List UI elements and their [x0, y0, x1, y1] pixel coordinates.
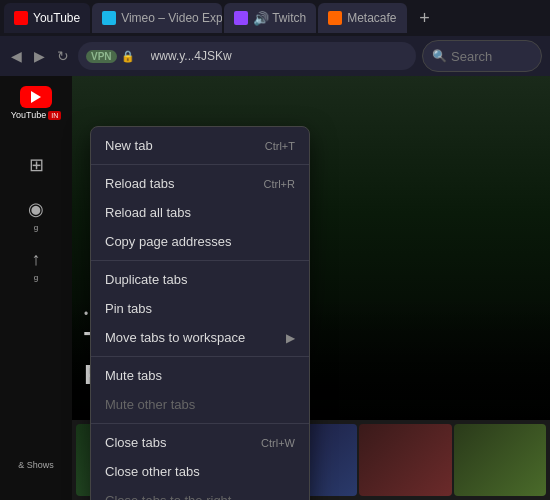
menu-move-tabs-to-workspace[interactable]: Move tabs to workspace ▶ [91, 323, 309, 352]
menu-close-other-tabs-label: Close other tabs [105, 464, 200, 479]
menu-close-tabs[interactable]: Close tabs Ctrl+W [91, 428, 309, 457]
back-button[interactable]: ◀ [8, 45, 25, 67]
menu-close-tabs-right-label: Close tabs to the right [105, 493, 231, 500]
menu-mute-tabs[interactable]: Mute tabs [91, 361, 309, 390]
tab-youtube-label: YouTube [33, 11, 80, 25]
search-icon: 🔍 [432, 49, 447, 63]
yt-nav-shows[interactable]: & Shows [6, 440, 66, 490]
menu-duplicate-tabs[interactable]: Duplicate tabs [91, 265, 309, 294]
vpn-badge: VPN [86, 50, 117, 63]
menu-close-other-tabs[interactable]: Close other tabs [91, 457, 309, 486]
menu-close-tabs-right: Close tabs to the right [91, 486, 309, 500]
twitch-favicon [234, 11, 248, 25]
context-menu: New tab Ctrl+T Reload tabs Ctrl+R Reload… [90, 126, 310, 500]
metacafe-favicon [328, 11, 342, 25]
menu-mute-other-tabs: Mute other tabs [91, 390, 309, 419]
tab-metacafe-label: Metacafe [347, 11, 396, 25]
main-content: YouTube IN ⊞ ◉ g ↑ g & Shows • 86K views… [0, 76, 550, 500]
menu-copy-page-addresses-label: Copy page addresses [105, 234, 231, 249]
menu-close-tabs-label: Close tabs [105, 435, 166, 450]
nav-icon-1: ◉ [28, 198, 44, 220]
nav-icon-2: ↑ [32, 249, 41, 270]
menu-mute-tabs-label: Mute tabs [105, 368, 162, 383]
yt-nav-label-2: g [34, 273, 38, 282]
menu-close-tabs-shortcut: Ctrl+W [261, 437, 295, 449]
address-input[interactable] [139, 42, 408, 70]
yt-nav-label-1: g [34, 223, 38, 232]
tab-twitch-label: Twitch [272, 11, 306, 25]
new-tab-button[interactable]: + [413, 6, 437, 30]
home-icon: ⊞ [29, 154, 44, 176]
yt-region-badge: IN [48, 111, 61, 120]
reload-button[interactable]: ↻ [54, 45, 72, 67]
vimeo-favicon [102, 11, 116, 25]
menu-new-tab-label: New tab [105, 138, 153, 153]
menu-reload-all-tabs[interactable]: Reload all tabs [91, 198, 309, 227]
menu-move-tabs-label: Move tabs to workspace [105, 330, 245, 345]
thumbnail-4[interactable] [359, 424, 451, 496]
youtube-logo-text: YouTube IN [11, 110, 61, 120]
menu-new-tab-shortcut: Ctrl+T [265, 140, 295, 152]
separator-2 [91, 260, 309, 261]
yt-nav-item-1[interactable]: ◉ g [6, 190, 66, 240]
tab-vimeo[interactable]: Vimeo – Video Exp... [92, 3, 222, 33]
thumbnail-5[interactable] [454, 424, 546, 496]
tab-twitch[interactable]: 🔊 Twitch [224, 3, 316, 33]
menu-duplicate-tabs-label: Duplicate tabs [105, 272, 187, 287]
menu-reload-tabs-label: Reload tabs [105, 176, 174, 191]
separator-4 [91, 423, 309, 424]
lock-icon: 🔒 [121, 50, 135, 63]
menu-reload-tabs[interactable]: Reload tabs Ctrl+R [91, 169, 309, 198]
yt-logo-area: YouTube IN [11, 86, 61, 120]
menu-reload-tabs-shortcut: Ctrl+R [264, 178, 295, 190]
forward-button[interactable]: ▶ [31, 45, 48, 67]
youtube-logo-icon [20, 86, 52, 108]
menu-new-tab[interactable]: New tab Ctrl+T [91, 131, 309, 160]
menu-mute-other-tabs-label: Mute other tabs [105, 397, 195, 412]
move-tabs-arrow-icon: ▶ [286, 331, 295, 345]
menu-pin-tabs[interactable]: Pin tabs [91, 294, 309, 323]
tab-metacafe[interactable]: Metacafe [318, 3, 406, 33]
menu-pin-tabs-label: Pin tabs [105, 301, 152, 316]
tab-bar: YouTube Vimeo – Video Exp... 🔊 Twitch Me… [0, 0, 550, 36]
youtube-sidebar: YouTube IN ⊞ ◉ g ↑ g & Shows [0, 76, 72, 500]
menu-copy-page-addresses[interactable]: Copy page addresses [91, 227, 309, 256]
yt-nav-home[interactable]: ⊞ [6, 140, 66, 190]
separator-3 [91, 356, 309, 357]
menu-reload-all-tabs-label: Reload all tabs [105, 205, 191, 220]
separator-1 [91, 164, 309, 165]
address-bar-row: ◀ ▶ ↻ VPN 🔒 🔍 [0, 36, 550, 76]
search-container: 🔍 [422, 40, 542, 72]
browser-chrome: YouTube Vimeo – Video Exp... 🔊 Twitch Me… [0, 0, 550, 76]
tab-youtube[interactable]: YouTube [4, 3, 90, 33]
yt-shows-label: & Shows [18, 460, 54, 470]
youtube-favicon [14, 11, 28, 25]
tab-vimeo-label: Vimeo – Video Exp... [121, 11, 222, 25]
yt-nav-item-2[interactable]: ↑ g [6, 240, 66, 290]
